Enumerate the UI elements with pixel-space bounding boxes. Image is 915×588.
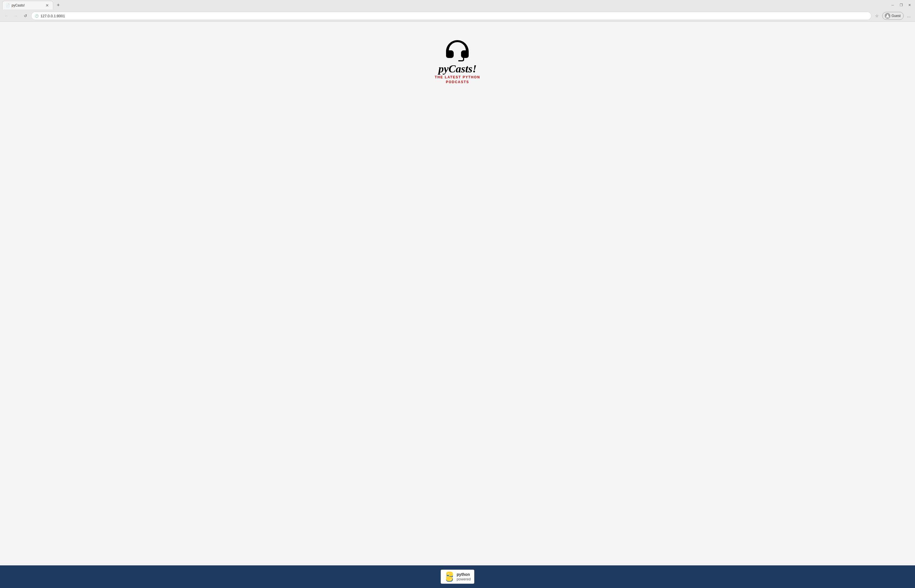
guest-profile-button[interactable]: Guest: [882, 12, 904, 20]
page-content: pyCasts! THE LATEST PYTHON PODCASTS pyth…: [0, 22, 915, 588]
refresh-button[interactable]: ↺: [21, 12, 29, 20]
guest-avatar: [885, 13, 891, 19]
footer: python powered: [0, 565, 915, 588]
headphone-icon: [443, 39, 471, 61]
more-options-button[interactable]: …: [905, 12, 913, 20]
title-bar: 📄 pyCasts! ✕ + ─ ❐ ✕: [0, 0, 915, 10]
tab-page-icon: 📄: [6, 3, 10, 7]
logo-container: pyCasts! THE LATEST PYTHON PODCASTS: [435, 39, 480, 84]
python-word: python: [457, 572, 471, 577]
toolbar-right: ☆ Guest …: [873, 12, 913, 20]
site-subtitle: THE LATEST PYTHON PODCASTS: [435, 75, 480, 84]
browser-chrome: 📄 pyCasts! ✕ + ─ ❐ ✕ ← → ↺ 🕐 127.0.0.1:8…: [0, 0, 915, 22]
minimize-button[interactable]: ─: [889, 2, 896, 8]
window-controls: ─ ❐ ✕: [889, 2, 913, 8]
svg-point-2: [450, 579, 451, 580]
restore-button[interactable]: ❐: [898, 2, 904, 8]
python-logo-icon: [444, 572, 455, 582]
tab-title: pyCasts!: [11, 3, 43, 7]
favorites-button[interactable]: ☆: [873, 12, 881, 20]
python-powered-badge: python powered: [441, 570, 474, 584]
close-button[interactable]: ✕: [907, 2, 913, 8]
browser-tab[interactable]: 📄 pyCasts! ✕: [2, 1, 53, 9]
guest-label: Guest: [892, 14, 900, 18]
powered-word: powered: [457, 577, 471, 582]
back-button[interactable]: ←: [2, 12, 10, 20]
main-content: pyCasts! THE LATEST PYTHON PODCASTS: [0, 22, 915, 565]
address-security-icon: 🕐: [35, 14, 39, 18]
tab-close-button[interactable]: ✕: [45, 3, 50, 8]
address-bar-row: ← → ↺ 🕐 127.0.0.1:8001 ☆ Guest …: [0, 10, 915, 21]
site-title: pyCasts!: [438, 63, 477, 75]
forward-button[interactable]: →: [12, 12, 20, 20]
python-powered-text: python powered: [457, 572, 471, 581]
new-tab-button[interactable]: +: [54, 1, 62, 9]
svg-point-1: [448, 573, 449, 574]
address-bar[interactable]: 🕐 127.0.0.1:8001: [31, 11, 871, 20]
address-url: 127.0.0.1:8001: [40, 14, 868, 18]
